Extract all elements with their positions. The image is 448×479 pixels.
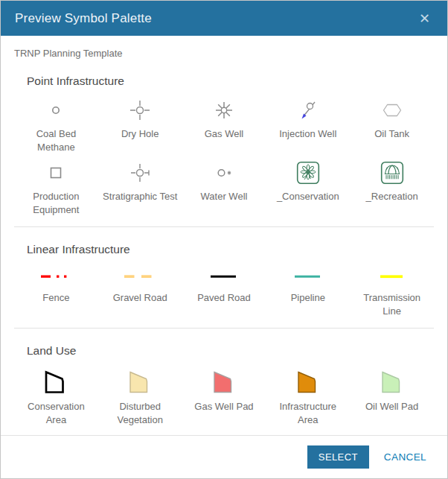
symbol-cell-infrastructure-area-polygon: Infrastructure Area — [266, 365, 350, 426]
symbol-cell-recreation-icon: _Recreation — [350, 158, 434, 216]
conservation-area-polygon — [14, 365, 98, 398]
symbol-cell-oil-tank: Oil Tank — [350, 95, 434, 153]
dialog-body: TRNP Planning Template Point Infrastruct… — [1, 36, 447, 435]
symbol-label: Water Well — [182, 190, 266, 203]
symbol-cell-conservation-area-polygon: Conservation Area — [14, 365, 98, 426]
symbol-label: Infrastructure Area — [266, 400, 350, 426]
symbol-label: Paved Road — [182, 291, 266, 305]
symbol-label: Transmission Line — [350, 291, 434, 317]
symbol-cell-paved-road-line: Paved Road — [182, 264, 266, 317]
symbol-label: _Conservation — [266, 190, 350, 203]
symbol-label: Conservation Area — [14, 400, 98, 426]
symbol-label: Oil Tank — [350, 127, 434, 141]
symbol-label: Disturbed Vegetation — [98, 400, 182, 426]
oil-tank — [350, 95, 434, 125]
symbol-label: _Recreation — [350, 190, 434, 203]
transmission-line — [350, 264, 434, 289]
symbol-cell-conservation-icon: _Conservation — [266, 158, 350, 216]
gas-well — [182, 95, 266, 125]
stratigraphic-test — [98, 158, 182, 188]
symbol-label: Injection Well — [266, 127, 350, 141]
symbol-label: Gravel Road — [98, 291, 182, 305]
symbol-cell-production-equipment: Production Equipment — [14, 158, 98, 216]
section-heading-land-use: Land Use — [27, 344, 434, 358]
symbol-cell-water-well: Water Well — [182, 158, 266, 216]
symbol-cell-dry-hole: Dry Hole — [98, 95, 182, 153]
symbol-cell-disturbed-vegetation-polygon: Disturbed Vegetation — [98, 365, 182, 426]
symbol-label: Fence — [14, 291, 98, 305]
production-equipment — [14, 158, 98, 188]
section-divider — [14, 226, 434, 227]
water-well — [182, 158, 266, 188]
cancel-button[interactable]: CANCEL — [384, 451, 426, 463]
symbol-cell-gas-well: Gas Well — [182, 95, 266, 153]
symbol-cell-coal-bed-methane: Coal Bed Methane — [14, 95, 98, 153]
gravel-road-line — [98, 264, 182, 289]
symbol-label: Coal Bed Methane — [14, 127, 98, 153]
preview-symbol-palette-dialog: Preview Symbol Palette ✕ TRNP Planning T… — [0, 0, 448, 479]
section-divider — [14, 328, 434, 329]
symbol-cell-pipeline-line: Pipeline — [266, 264, 350, 317]
fence-line — [14, 264, 98, 289]
dialog-header: Preview Symbol Palette ✕ — [1, 1, 447, 36]
symbol-cell-fence-line: Fence — [14, 264, 98, 317]
conservation-icon — [266, 158, 350, 188]
symbol-cell-injection-well: Injection Well — [266, 95, 350, 153]
injection-well — [266, 95, 350, 125]
symbol-cell-gas-well-pad-polygon: Gas Well Pad — [182, 365, 266, 426]
recreation-icon — [350, 158, 434, 188]
symbol-label: Gas Well Pad — [182, 400, 266, 413]
symbol-label: Stratigraphic Test — [98, 190, 182, 203]
section-heading-point-infrastructure: Point Infrastructure — [27, 74, 434, 88]
dry-hole — [98, 95, 182, 125]
template-name: TRNP Planning Template — [14, 48, 434, 59]
section-heading-linear-infrastructure: Linear Infrastructure — [27, 243, 434, 256]
select-button[interactable]: SELECT — [307, 445, 369, 469]
dialog-title: Preview Symbol Palette — [15, 11, 416, 26]
symbol-grid: FenceGravel RoadPaved RoadPipelineTransm… — [14, 264, 434, 317]
gas-well-pad-polygon — [182, 365, 266, 398]
disturbed-vegetation-polygon — [98, 365, 182, 398]
symbol-cell-oil-well-pad-polygon: Oil Well Pad — [350, 365, 434, 426]
symbol-label: Pipeline — [266, 291, 350, 305]
oil-well-pad-polygon — [350, 365, 434, 398]
infrastructure-area-polygon — [266, 365, 350, 398]
symbol-cell-gravel-road-line: Gravel Road — [98, 264, 182, 317]
pipeline-line — [266, 264, 350, 289]
paved-road-line — [182, 264, 266, 289]
dialog-footer: SELECT CANCEL — [1, 435, 447, 478]
symbol-label: Dry Hole — [98, 127, 182, 141]
symbol-cell-transmission-line: Transmission Line — [350, 264, 434, 317]
symbol-label: Oil Well Pad — [350, 400, 434, 413]
symbol-cell-stratigraphic-test: Stratigraphic Test — [98, 158, 182, 216]
coal-bed-methane — [14, 95, 98, 125]
symbol-grid: Conservation AreaDisturbed VegetationGas… — [14, 365, 434, 426]
close-icon[interactable]: ✕ — [416, 10, 433, 27]
symbol-grid: Coal Bed MethaneDry HoleGas WellInjectio… — [14, 95, 434, 216]
symbol-label: Production Equipment — [14, 190, 98, 216]
symbol-label: Gas Well — [182, 127, 266, 141]
